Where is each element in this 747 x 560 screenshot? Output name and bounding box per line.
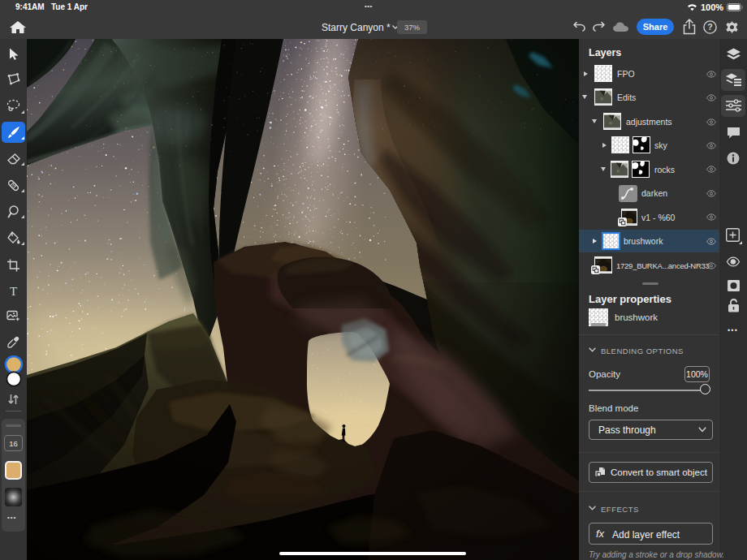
svg-text:T: T	[10, 285, 17, 296]
svg-text:?: ?	[707, 22, 712, 32]
